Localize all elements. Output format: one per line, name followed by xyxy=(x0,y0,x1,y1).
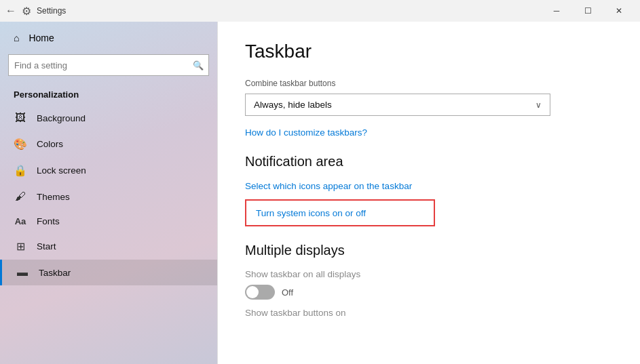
search-box: 🔍 xyxy=(8,54,209,76)
system-icons-box: Turn system icons on or off xyxy=(245,199,435,226)
sidebar-item-start-label: Start xyxy=(37,241,56,251)
sidebar-item-fonts[interactable]: Aa Fonts xyxy=(0,209,217,233)
search-icon: 🔍 xyxy=(193,60,204,70)
system-icons-link[interactable]: Turn system icons on or off xyxy=(256,208,366,218)
sidebar-item-background[interactable]: 🖼 Background xyxy=(0,105,217,131)
colors-icon: 🎨 xyxy=(14,138,27,150)
notification-area-heading: Notification area xyxy=(245,154,613,169)
lock-icon: 🔒 xyxy=(14,164,27,177)
chevron-down-icon: ∨ xyxy=(535,100,542,110)
show-taskbar-label: Show taskbar on all displays xyxy=(245,269,613,279)
toggle-container: Off xyxy=(245,285,613,300)
combine-buttons-dropdown[interactable]: Always, hide labels ∨ xyxy=(245,94,550,116)
dropdown-value: Always, hide labels xyxy=(254,100,332,110)
sidebar: ⌂ Home 🔍 Personalization 🖼 Background 🎨 … xyxy=(0,22,217,364)
sidebar-home-button[interactable]: ⌂ Home xyxy=(0,24,217,52)
multiple-displays-heading: Multiple displays xyxy=(245,243,613,258)
minimize-button[interactable]: ─ xyxy=(541,0,572,22)
sidebar-item-taskbar[interactable]: ▬ Taskbar xyxy=(0,260,217,285)
start-icon: ⊞ xyxy=(14,240,27,253)
window-controls: ─ ☐ ✕ xyxy=(541,0,635,22)
combine-buttons-label: Combine taskbar buttons xyxy=(245,79,613,88)
sidebar-item-lock-screen-label: Lock screen xyxy=(37,165,86,176)
show-taskbar-toggle[interactable] xyxy=(245,285,275,300)
title-bar-label: Settings xyxy=(37,6,66,16)
settings-icon: ⚙ xyxy=(22,5,31,18)
sidebar-section-title: Personalization xyxy=(0,84,217,105)
themes-icon: 🖌 xyxy=(14,190,27,203)
home-label: Home xyxy=(29,33,54,43)
app-body: ⌂ Home 🔍 Personalization 🖼 Background 🎨 … xyxy=(0,22,640,364)
fonts-icon: Aa xyxy=(14,216,27,226)
toggle-state-label: Off xyxy=(282,287,293,298)
sidebar-item-taskbar-label: Taskbar xyxy=(39,268,71,278)
title-bar: ← ⚙ Settings ─ ☐ ✕ xyxy=(0,0,640,22)
background-icon: 🖼 xyxy=(14,112,27,124)
sidebar-item-themes[interactable]: 🖌 Themes xyxy=(0,184,217,209)
home-icon: ⌂ xyxy=(14,33,19,43)
maximize-button[interactable]: ☐ xyxy=(572,0,603,22)
back-icon[interactable]: ← xyxy=(5,5,16,17)
sidebar-item-themes-label: Themes xyxy=(37,192,70,202)
content-area: Taskbar Combine taskbar buttons Always, … xyxy=(217,22,640,364)
sidebar-item-colors[interactable]: 🎨 Colors xyxy=(0,131,217,157)
page-title: Taskbar xyxy=(245,41,613,62)
sidebar-item-colors-label: Colors xyxy=(37,139,63,149)
show-taskbar-buttons-label: Show taskbar buttons on xyxy=(245,308,613,318)
toggle-knob xyxy=(246,286,259,298)
sidebar-item-fonts-label: Fonts xyxy=(37,216,60,226)
select-icons-link[interactable]: Select which icons appear on the taskbar xyxy=(245,181,412,191)
customize-taskbars-link[interactable]: How do I customize taskbars? xyxy=(245,127,367,138)
sidebar-item-background-label: Background xyxy=(37,113,86,123)
taskbar-icon: ▬ xyxy=(16,266,29,279)
show-taskbar-toggle-row: Show taskbar on all displays Off xyxy=(245,269,613,300)
sidebar-item-lock-screen[interactable]: 🔒 Lock screen xyxy=(0,157,217,184)
search-input[interactable] xyxy=(8,54,209,76)
close-button[interactable]: ✕ xyxy=(603,0,635,22)
sidebar-item-start[interactable]: ⊞ Start xyxy=(0,233,217,260)
